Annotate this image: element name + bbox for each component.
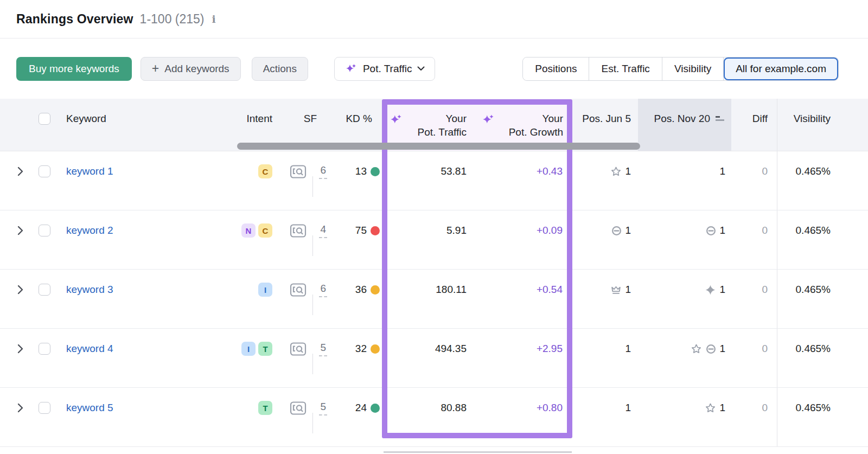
- metric-selector-dropdown[interactable]: Pot. Traffic: [334, 57, 435, 81]
- serp-features-cell: 4: [278, 210, 336, 269]
- intent-badge-c: C: [258, 164, 272, 178]
- page-title: Rankings Overview: [16, 12, 133, 27]
- metric-selector-label: Pot. Traffic: [363, 63, 412, 75]
- star-icon: [610, 163, 622, 180]
- serp-preview-icon[interactable]: [290, 342, 307, 356]
- actions-button[interactable]: Actions: [252, 57, 308, 81]
- table-row: keyword 5 T 5 24 80.88 +0.80 1 1 0 0.465…: [0, 388, 868, 447]
- kd-cell: 24: [336, 388, 384, 446]
- intent-cell: T: [237, 388, 278, 446]
- pos-jun5-cell: 1: [572, 270, 638, 328]
- pot-traffic-value: 53.81: [441, 165, 467, 177]
- sf-count[interactable]: 6: [319, 283, 327, 297]
- row-checkbox[interactable]: [39, 165, 50, 177]
- view-tab-visibility[interactable]: Visibility: [662, 57, 724, 80]
- position-value: 1: [625, 284, 631, 296]
- table-body: keyword 1 C 6 13 53.81 +0.43 1 1 0 0.465…: [0, 151, 868, 447]
- keyword-link[interactable]: keyword 2: [66, 225, 113, 236]
- chevron-down-icon: [417, 66, 425, 71]
- diff-value: 0: [762, 402, 768, 414]
- column-header-visibility[interactable]: Visibility: [777, 99, 868, 151]
- cell-divider: [312, 354, 313, 374]
- view-tab-all-for-example[interactable]: All for example.com: [724, 57, 838, 80]
- kd-value: 36: [355, 284, 367, 296]
- position-value: 1: [719, 402, 725, 414]
- select-all-cell: [34, 99, 60, 151]
- expand-row-icon[interactable]: [17, 403, 23, 413]
- star-icon: [690, 341, 703, 357]
- intent-badge-i: I: [258, 283, 272, 297]
- serp-preview-icon[interactable]: [290, 283, 307, 297]
- position-value: 1: [625, 402, 631, 414]
- position-value: 1: [719, 225, 725, 236]
- kd-difficulty-dot: [371, 226, 380, 235]
- kd-difficulty-dot: [371, 404, 380, 413]
- cell-divider: [312, 176, 313, 197]
- expand-row-icon[interactable]: [17, 226, 23, 235]
- row-checkbox[interactable]: [39, 225, 50, 236]
- add-keywords-button[interactable]: + Add keywords: [141, 57, 241, 81]
- diff-value: 0: [762, 225, 768, 236]
- select-all-checkbox[interactable]: [39, 113, 50, 125]
- intent-cell: IT: [237, 329, 278, 387]
- pot-traffic-value: 180.11: [436, 284, 467, 296]
- column-header-keyword[interactable]: Keyword: [60, 99, 237, 151]
- pos-jun5-cell: 1: [572, 151, 638, 210]
- kd-cell: 75: [336, 210, 384, 269]
- position-value: 1: [625, 165, 631, 177]
- pos-nov20-cell: 1: [638, 329, 731, 387]
- horizontal-scrollbar[interactable]: [237, 143, 640, 150]
- serp-preview-icon[interactable]: [290, 223, 307, 238]
- result-range-count: 1-100 (215): [140, 12, 205, 27]
- cell-divider: [312, 413, 313, 433]
- serp-features-cell: 6: [278, 151, 336, 210]
- plus-icon: +: [152, 62, 159, 75]
- row-checkbox[interactable]: [39, 284, 50, 296]
- keyword-link[interactable]: keyword 3: [66, 284, 113, 296]
- serp-features-cell: 6: [278, 270, 336, 328]
- view-tab-est-traffic[interactable]: Est. Traffic: [589, 57, 662, 80]
- kd-cell: 32: [336, 329, 384, 387]
- intent-cell: I: [237, 270, 278, 328]
- column-header-pos-nov20[interactable]: Pos. Nov 20: [638, 99, 731, 151]
- sf-count[interactable]: 5: [319, 342, 327, 356]
- pos-nov20-cell: 1: [638, 270, 731, 328]
- intent-badge-n: N: [241, 223, 256, 238]
- row-checkbox[interactable]: [39, 343, 50, 355]
- expand-row-icon[interactable]: [17, 167, 23, 176]
- add-keywords-label: Add keywords: [164, 63, 229, 75]
- pot-traffic-value: 5.91: [446, 225, 467, 236]
- position-value: 1: [719, 165, 725, 177]
- kd-value: 24: [355, 402, 367, 414]
- pot-growth-value: +0.54: [537, 284, 563, 296]
- serp-features-cell: 5: [278, 329, 336, 387]
- sf-count[interactable]: 5: [319, 401, 327, 415]
- sf-count[interactable]: 6: [319, 164, 327, 179]
- keyword-link[interactable]: keyword 1: [66, 165, 113, 177]
- visibility-value: 0.465%: [796, 165, 831, 177]
- pos-jun5-cell: 1: [572, 388, 638, 446]
- view-switcher: Positions Est. Traffic Visibility All fo…: [522, 57, 839, 81]
- intent-badge-i: I: [241, 342, 256, 356]
- row-checkbox[interactable]: [39, 402, 50, 414]
- kd-difficulty-dot: [371, 167, 380, 176]
- keyword-link[interactable]: keyword 5: [66, 402, 113, 414]
- serp-preview-icon[interactable]: [290, 164, 307, 179]
- keyword-link[interactable]: keyword 4: [66, 343, 113, 355]
- visibility-value: 0.465%: [796, 284, 831, 296]
- sf-count[interactable]: 4: [319, 223, 327, 238]
- serp-preview-icon[interactable]: [290, 401, 307, 415]
- position-value: 1: [625, 343, 631, 355]
- star-icon: [704, 400, 717, 416]
- pos-jun5-cell: 1: [572, 210, 638, 269]
- table-row: keyword 2 NC 4 75 5.91 +0.09 1 1 0 0.465…: [0, 210, 868, 270]
- visibility-value: 0.465%: [796, 343, 831, 355]
- buy-more-keywords-button[interactable]: Buy more keywords: [16, 57, 132, 81]
- view-tab-positions[interactable]: Positions: [523, 57, 589, 80]
- info-icon[interactable]: i: [212, 13, 216, 25]
- column-header-diff[interactable]: Diff: [731, 99, 777, 151]
- expand-row-icon[interactable]: [17, 344, 23, 354]
- expand-row-icon[interactable]: [17, 285, 23, 295]
- pot-growth-value: +0.09: [537, 225, 563, 236]
- ai-sparkle-icon: [344, 62, 358, 75]
